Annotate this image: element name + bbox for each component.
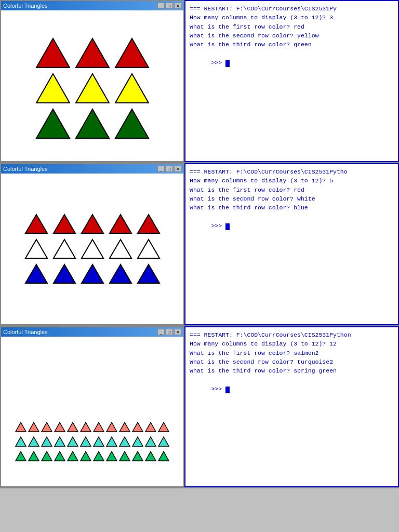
- close-btn-2[interactable]: ✕: [174, 166, 181, 172]
- titlebar-2: Colorful Triangles _ □ ✕: [1, 164, 183, 174]
- section-2: Colorful Triangles _ □ ✕: [0, 163, 399, 326]
- t2-3-4: [109, 263, 132, 284]
- triangle-1-3-1: [35, 108, 71, 139]
- svg-marker-46: [145, 437, 156, 446]
- svg-marker-13: [138, 215, 159, 233]
- console-1: === RESTART: F:\COD\CurrCourses\CIS2531P…: [184, 0, 399, 162]
- t3-3-12: [158, 451, 169, 461]
- svg-marker-39: [55, 437, 65, 446]
- triangle-grid-2: [6, 214, 178, 284]
- svg-marker-48: [16, 451, 26, 461]
- t3-3-10: [132, 451, 143, 461]
- minimize-btn-2[interactable]: _: [157, 166, 165, 172]
- cursor-1: [225, 60, 230, 67]
- svg-marker-9: [25, 215, 47, 233]
- svg-marker-41: [81, 437, 91, 446]
- svg-marker-47: [158, 437, 169, 446]
- minimize-btn-3[interactable]: _: [157, 329, 165, 335]
- console-line-1-1: === RESTART: F:\COD\CurrCourses\CIS2531P…: [190, 4, 394, 13]
- svg-marker-29: [81, 422, 91, 432]
- svg-marker-23: [138, 264, 159, 283]
- svg-marker-50: [42, 451, 52, 461]
- svg-marker-3: [36, 74, 70, 103]
- window-title-3: Colorful Triangles: [3, 329, 48, 335]
- section-3: Colorful Triangles _ □ ✕: [0, 326, 399, 488]
- t2-2-3: [81, 238, 104, 259]
- triangle-1-2-2: [75, 73, 110, 104]
- svg-marker-57: [132, 451, 143, 461]
- t3-2-12: [158, 436, 169, 447]
- triangle-1-2-3: [114, 73, 150, 104]
- t2-1-2: [52, 214, 76, 234]
- close-btn-3[interactable]: ✕: [174, 329, 181, 335]
- svg-marker-2: [115, 38, 149, 68]
- triangle-row-2-3: [24, 263, 161, 284]
- console-line-3-2: How many columns to display (3 to 12)? 1…: [190, 339, 394, 348]
- t3-3-3: [41, 451, 52, 461]
- t3-3-9: [119, 451, 130, 461]
- svg-marker-53: [81, 451, 91, 461]
- triangle-grid-1: [6, 32, 178, 139]
- svg-marker-51: [55, 451, 65, 461]
- close-btn-1[interactable]: ✕: [174, 3, 181, 9]
- svg-marker-20: [54, 264, 75, 283]
- svg-marker-10: [54, 215, 75, 233]
- svg-marker-4: [76, 74, 109, 103]
- console-2: === RESTART: F:\COD\CurrCourses\CIS2531P…: [184, 163, 399, 325]
- svg-marker-52: [68, 451, 78, 461]
- console-line-3-4: What is the second row color? turquoise2: [190, 357, 394, 366]
- triangle-row-3-3: [15, 451, 169, 461]
- triangle-1-1-3: [114, 37, 150, 69]
- section-1: Colorful Triangles _ □ ✕: [0, 0, 399, 163]
- svg-marker-43: [107, 437, 117, 446]
- console-line-3-6: >>>: [190, 375, 394, 402]
- console-line-3-5: What is the third row color? spring gree…: [190, 366, 394, 375]
- svg-marker-5: [115, 74, 149, 103]
- svg-marker-19: [25, 264, 47, 283]
- svg-marker-36: [16, 437, 26, 446]
- svg-marker-55: [107, 451, 117, 461]
- svg-marker-18: [138, 240, 159, 258]
- svg-marker-7: [76, 109, 109, 138]
- triangle-1-1-2: [75, 37, 110, 69]
- minimize-btn-1[interactable]: _: [157, 3, 165, 9]
- svg-marker-22: [110, 264, 131, 283]
- t3-3-8: [106, 451, 117, 461]
- svg-marker-31: [107, 422, 117, 432]
- triangle-row-2-2: [24, 238, 161, 259]
- maximize-btn-2[interactable]: □: [166, 166, 173, 172]
- maximize-btn-3[interactable]: □: [166, 329, 173, 335]
- window-controls-3[interactable]: _ □ ✕: [157, 329, 181, 335]
- window-controls-2[interactable]: _ □ ✕: [157, 166, 181, 172]
- t3-1-10: [132, 422, 143, 432]
- svg-marker-8: [115, 109, 149, 138]
- svg-marker-28: [68, 422, 78, 432]
- svg-marker-17: [110, 240, 131, 258]
- triangle-window-1: Colorful Triangles _ □ ✕: [0, 0, 184, 162]
- svg-marker-58: [145, 451, 156, 461]
- t3-2-9: [119, 436, 130, 447]
- t3-2-7: [93, 436, 104, 447]
- window-controls-1[interactable]: _ □ ✕: [157, 3, 181, 9]
- svg-marker-24: [16, 422, 26, 432]
- svg-marker-12: [110, 215, 131, 233]
- console-line-1-2: How many columns to display (3 to 12)? 3: [190, 13, 394, 22]
- svg-marker-42: [94, 437, 104, 446]
- svg-marker-34: [145, 422, 156, 432]
- console-line-3-1: === RESTART: F:\COD\CurrCourses\CIS2531P…: [190, 330, 394, 339]
- console-line-1-5: What is the third row color? green: [190, 40, 394, 49]
- svg-marker-59: [158, 451, 169, 461]
- console-line-2-2: How many columns to display (3 to 12)? 5: [190, 176, 394, 185]
- t3-1-5: [67, 422, 78, 432]
- svg-marker-32: [119, 422, 130, 432]
- maximize-btn-1[interactable]: □: [166, 3, 173, 9]
- console-line-2-1: === RESTART: F:\COD\CurrCourses\CIS2531P…: [190, 167, 394, 176]
- t2-1-5: [137, 214, 161, 234]
- t3-2-3: [41, 436, 52, 447]
- svg-marker-11: [82, 215, 103, 233]
- svg-marker-35: [158, 422, 169, 432]
- console-line-1-4: What is the second row color? yellow: [190, 31, 394, 40]
- console-line-2-3: What is the first row color? red: [190, 185, 394, 194]
- svg-marker-6: [36, 109, 70, 138]
- t2-3-1: [24, 263, 48, 284]
